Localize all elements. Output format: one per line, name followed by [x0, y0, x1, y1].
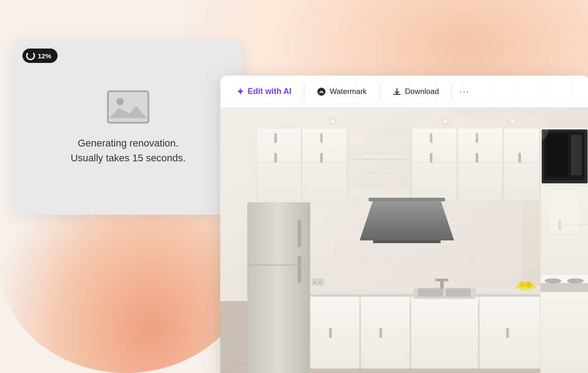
- browser-panel: ✦ Edit with AI Watermark: [220, 75, 588, 373]
- svg-rect-81: [361, 297, 410, 369]
- edit-ai-label: Edit with AI: [248, 87, 291, 96]
- svg-rect-82: [379, 328, 382, 338]
- download-button[interactable]: Download: [383, 83, 448, 101]
- download-icon: [392, 87, 401, 96]
- progress-badge: 12%: [22, 49, 58, 63]
- svg-rect-27: [274, 133, 277, 143]
- progress-percent: 12%: [38, 52, 51, 60]
- svg-rect-86: [446, 289, 471, 297]
- svg-rect-30: [320, 153, 323, 163]
- more-label: ···: [459, 86, 470, 97]
- svg-point-68: [409, 112, 481, 148]
- svg-point-37: [367, 173, 379, 178]
- svg-rect-90: [506, 328, 509, 338]
- toolbar-divider-2: [379, 84, 380, 100]
- svg-rect-60: [373, 240, 441, 243]
- svg-point-94: [567, 279, 584, 283]
- watermark-icon: [317, 87, 326, 96]
- sparkle-icon: ✦: [236, 86, 244, 97]
- svg-rect-45: [476, 153, 478, 163]
- svg-rect-88: [435, 279, 449, 281]
- svg-point-38: [379, 173, 392, 178]
- svg-point-67: [297, 112, 369, 148]
- svg-rect-53: [571, 135, 582, 175]
- svg-point-2: [317, 88, 325, 96]
- svg-rect-41: [430, 153, 432, 163]
- generating-line2: Usually takes 15 seconds.: [71, 151, 186, 165]
- spinner-icon: [26, 51, 35, 60]
- more-options-button[interactable]: ···: [455, 83, 473, 101]
- toolbar-items: ✦ Edit with AI Watermark: [220, 75, 588, 107]
- generating-line1: Generating renovation.: [71, 136, 186, 151]
- generating-card: 12% Generating renovation. Usually takes…: [13, 40, 243, 215]
- svg-rect-79: [310, 297, 360, 369]
- svg-rect-24: [256, 128, 301, 200]
- svg-rect-83: [411, 297, 478, 369]
- watermark-button[interactable]: Watermark: [308, 83, 376, 101]
- svg-point-97: [519, 281, 526, 288]
- svg-rect-85: [418, 289, 443, 297]
- svg-point-35: [374, 154, 390, 159]
- toolbar: ✦ Edit with AI Watermark: [220, 75, 588, 108]
- image-placeholder-icon: [106, 89, 151, 125]
- edit-with-ai-button[interactable]: ✦ Edit with AI: [227, 82, 300, 102]
- svg-rect-54: [546, 134, 568, 177]
- svg-point-69: [477, 112, 548, 148]
- svg-rect-26: [274, 153, 277, 163]
- toolbar-divider-3: [451, 84, 452, 100]
- svg-rect-89: [479, 297, 540, 369]
- kitchen-image-area: [220, 108, 588, 373]
- svg-rect-72: [298, 256, 301, 283]
- watermark-label: Watermark: [330, 87, 367, 96]
- svg-point-93: [545, 279, 561, 283]
- svg-rect-92: [540, 283, 588, 292]
- svg-point-76: [319, 282, 321, 284]
- download-label: Download: [405, 87, 439, 96]
- kitchen-svg: [220, 108, 588, 373]
- generating-text: Generating renovation. Usually takes 15 …: [71, 136, 186, 165]
- svg-rect-59: [369, 198, 445, 201]
- svg-point-1: [116, 98, 124, 105]
- toolbar-divider-1: [304, 84, 304, 100]
- svg-point-75: [314, 282, 316, 284]
- svg-marker-58: [360, 200, 454, 240]
- svg-rect-99: [548, 189, 580, 234]
- svg-rect-71: [298, 220, 301, 247]
- svg-rect-49: [518, 153, 521, 163]
- svg-point-98: [526, 281, 532, 288]
- svg-rect-80: [329, 328, 332, 338]
- svg-point-36: [388, 154, 403, 159]
